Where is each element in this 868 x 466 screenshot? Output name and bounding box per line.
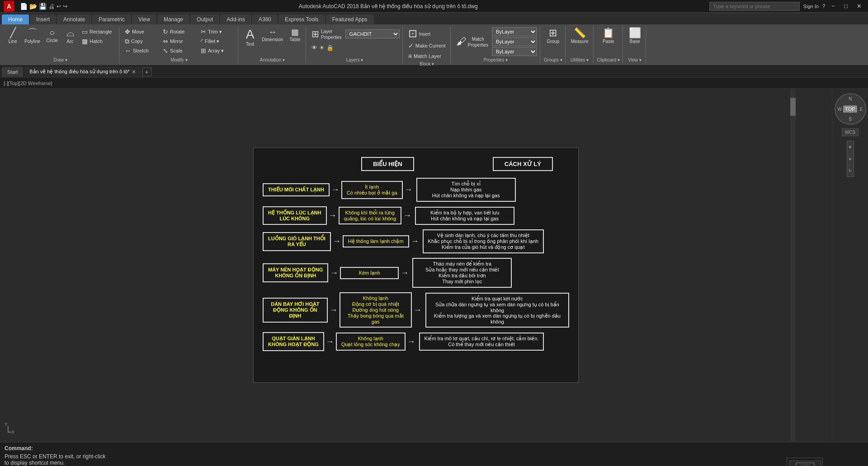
- qat-redo[interactable]: ↪: [63, 3, 67, 10]
- circle-button[interactable]: ○ Circle: [44, 27, 60, 44]
- move-button[interactable]: ✥ Move: [123, 27, 159, 36]
- rectangle-button[interactable]: ▭ Rectangle: [80, 27, 116, 36]
- new-tab-button[interactable]: +: [142, 67, 151, 76]
- canvas-area[interactable]: Y └ X BIỂU HIỆN CÁCH XỬ LÝ: [0, 89, 832, 442]
- tab-start[interactable]: Start: [2, 67, 23, 77]
- tab-drawing[interactable]: Bản vẽ hệ thống điều hòa sử dụng trên ô …: [24, 67, 141, 77]
- fc-arrow-4a: →: [328, 268, 340, 278]
- scale-button[interactable]: ⤡ Scale: [161, 46, 197, 55]
- minimize-button[interactable]: −: [829, 3, 838, 10]
- tab-annotate[interactable]: Annotate: [57, 14, 91, 24]
- measure-button[interactable]: 📏 Measure: [569, 27, 590, 45]
- group-annotation-label: Annotation ▾: [260, 57, 285, 62]
- qat-print[interactable]: 🖨: [48, 3, 55, 10]
- tab-view[interactable]: View: [132, 14, 156, 24]
- lineweight-dropdown[interactable]: ByLayer: [492, 47, 537, 56]
- tab-home[interactable]: Home: [2, 14, 29, 24]
- table-button[interactable]: ▦ Table: [287, 27, 303, 43]
- fc-symptom-4: Kém lạnh: [340, 267, 399, 279]
- titlebar-right: Sign In ? − □ ✕: [709, 2, 864, 11]
- mirror-button[interactable]: ⇔ Mirror: [161, 37, 197, 46]
- search-input[interactable]: [709, 2, 800, 11]
- match-layer-button[interactable]: ≡ Match Layer: [406, 52, 443, 61]
- dimension-icon: ↔: [269, 28, 277, 36]
- text-button[interactable]: A Text: [242, 27, 258, 48]
- side-toolbar: ✥ ⊕ ↻: [847, 141, 854, 177]
- minimap: [787, 458, 823, 466]
- tab-output[interactable]: Output: [190, 14, 219, 24]
- tab-close-button[interactable]: ✕: [132, 69, 136, 75]
- copy-label: Copy: [131, 38, 143, 44]
- help-icon[interactable]: ?: [822, 3, 826, 10]
- base-button[interactable]: ⬜ Base: [627, 27, 643, 45]
- command-label: Command:: [5, 445, 863, 452]
- fc-solution-1: Tìm chỗ bị xỉ Nạp thêm gas Hút chân khôn…: [416, 178, 516, 202]
- qat-undo[interactable]: ↩: [57, 3, 61, 10]
- arc-button[interactable]: ⌓ Arc: [62, 27, 78, 45]
- match-properties-button[interactable]: 🖌 Match Properties: [454, 35, 491, 48]
- fc-cause-2: HỆ THỐNG LÚC LẠNH LÚC KHÔNG: [263, 206, 327, 225]
- polyline-icon: ⌒: [28, 28, 38, 38]
- trim-button[interactable]: ✂ Trim ▾: [199, 27, 235, 36]
- fillet-button[interactable]: ◜ Fillet ▾: [199, 37, 235, 46]
- tab-featured[interactable]: Featured Apps: [326, 14, 374, 24]
- orbit-icon[interactable]: ↻: [849, 169, 852, 173]
- color-dropdown[interactable]: ByLayer: [492, 27, 537, 36]
- group-groups: ⊞ Group Groups ▾: [541, 26, 566, 63]
- scale-icon: ⤡: [163, 47, 168, 54]
- flowchart: BIỂU HIỆN CÁCH XỬ LÝ THIẾU MÔI CHẤT LẠNH…: [253, 147, 579, 383]
- rotate-icon: ↻: [163, 28, 168, 35]
- rotate-button[interactable]: ↻ Rotate: [161, 27, 197, 36]
- linetype-dropdown[interactable]: ByLayer: [492, 37, 537, 46]
- hatch-button[interactable]: ▦ Hatch: [80, 37, 116, 46]
- draw-extras: ▭ Rectangle ▦ Hatch: [80, 27, 116, 46]
- make-current-button[interactable]: ✓ Make Current: [406, 41, 448, 50]
- mirror-label: Mirror: [170, 38, 183, 44]
- fc-arrow-5b: →: [412, 305, 424, 315]
- make-current-label: Make Current: [415, 43, 446, 48]
- make-current-icon: ✓: [408, 42, 414, 49]
- compass-center[interactable]: TOP: [843, 105, 857, 113]
- tab-insert[interactable]: Insert: [30, 14, 56, 24]
- dimension-label: Dimension: [262, 37, 283, 42]
- nav-toolbar[interactable]: ✥ ⊕ ↻: [847, 141, 854, 177]
- layer-properties-button[interactable]: ⊞ Layer Properties: [310, 27, 344, 41]
- polyline-button[interactable]: ⌒ Polyline: [23, 27, 42, 45]
- group-properties-label: Properties ▾: [484, 57, 508, 62]
- signin-label[interactable]: Sign In: [803, 4, 819, 9]
- fc-arrow-6a: →: [324, 337, 336, 347]
- layer-dropdown[interactable]: GACHDIT: [345, 29, 400, 38]
- fc-header-cach-xu-ly: CÁCH XỬ LÝ: [493, 157, 553, 171]
- paste-button[interactable]: 📋 Paste: [600, 27, 617, 45]
- fc-row-4: MÁY NÉN HOẠT ĐỘNG KHÔNG ỔN ĐỊNH → Kém lạ…: [263, 258, 569, 288]
- stretch-button[interactable]: ↔ Stretch: [123, 46, 159, 55]
- qat-open[interactable]: 📂: [29, 3, 37, 10]
- fc-arrow-2b: →: [401, 211, 413, 220]
- restore-button[interactable]: □: [841, 3, 850, 10]
- insert-button[interactable]: ⊡ Insert: [406, 27, 432, 40]
- tab-express[interactable]: Express Tools: [278, 14, 325, 24]
- fc-solution-3: Vệ sinh dàn lạnh, chú ý các tấm thu nhiệ…: [423, 229, 544, 253]
- array-button[interactable]: ⊞ Array ▾: [199, 46, 235, 55]
- group-annotation: A Text ↔ Dimension ▦ Table Annotation ▾: [239, 26, 306, 63]
- tab-parametric[interactable]: Parametric: [92, 14, 131, 24]
- scrollbar-thumb[interactable]: [790, 98, 796, 116]
- tab-addins[interactable]: Add-ins: [220, 14, 251, 24]
- layer-icons[interactable]: 👁 ☀ 🔒: [310, 43, 346, 52]
- circle-label: Circle: [46, 38, 58, 43]
- pan-icon[interactable]: ✥: [849, 145, 852, 149]
- fc-cause-3: LUỒNG GIÓ LẠNH THỔI RA YẾU: [263, 232, 331, 251]
- tab-manage[interactable]: Manage: [157, 14, 189, 24]
- copy-button[interactable]: ⧉ Copy: [123, 37, 159, 46]
- tab-a360[interactable]: A360: [252, 14, 278, 24]
- group-button[interactable]: ⊞ Group: [545, 27, 561, 45]
- paste-label: Paste: [603, 39, 614, 44]
- line-button[interactable]: ╱ Line: [5, 27, 21, 45]
- dimension-button[interactable]: ↔ Dimension: [260, 27, 285, 43]
- qat-new[interactable]: 📄: [20, 3, 28, 10]
- vertical-scrollbar[interactable]: [790, 89, 796, 442]
- zoom-icon[interactable]: ⊕: [849, 157, 852, 161]
- close-button[interactable]: ✕: [854, 3, 864, 10]
- fc-row-6: QUẠT GIÀN LẠNH KHÔNG HOẠT ĐỘNG → Không l…: [263, 332, 569, 351]
- qat-save[interactable]: 💾: [39, 3, 47, 10]
